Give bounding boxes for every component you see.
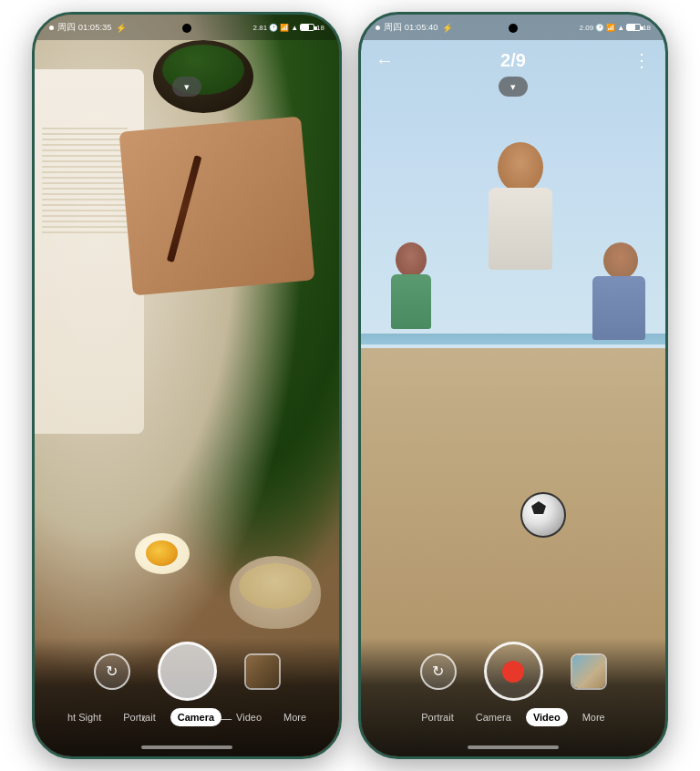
gallery-thumb-right (572, 655, 605, 688)
dark-bowl (153, 40, 253, 113)
camera-hole-right (509, 24, 518, 33)
home-bar-left (141, 745, 232, 749)
mode-tab-more-right[interactable]: More (575, 708, 612, 726)
wifi-icon: 📶 (280, 24, 289, 32)
chevron-icon-left: ▾ (184, 81, 190, 93)
nav-bar-left: ‹ — (35, 705, 339, 731)
cutting-board (119, 117, 315, 296)
thunder-icon: ⚡ (116, 23, 127, 33)
player-right (592, 242, 647, 388)
back-button-right[interactable]: ← (376, 50, 394, 71)
chevron-icon-right: ▾ (510, 81, 516, 93)
camera-hole (182, 24, 191, 33)
clock-icon: 🕐 (269, 24, 278, 32)
status-dot-left (49, 26, 54, 30)
shutter-row-right: ↻ (361, 642, 665, 701)
shutter-row-left: ↻ (35, 642, 339, 701)
battery-right (626, 24, 641, 31)
shutter-button-right[interactable] (484, 642, 543, 701)
mode-tab-portrait-right[interactable]: Portrait (414, 708, 460, 726)
status-time-right: 周四 01:05:40 (384, 22, 438, 34)
player-left (388, 242, 434, 379)
battery-left (300, 24, 314, 31)
photo-header: ← 2/9 ⋮ (361, 40, 665, 80)
status-time-left: 周四 01:05:35 (57, 22, 112, 34)
battery-num-left: 18 (316, 24, 324, 32)
status-left-right: 周四 01:05:40 ⚡ (376, 22, 453, 34)
gallery-thumb-left (246, 655, 279, 688)
chevron-down-left[interactable]: ▾ (172, 77, 201, 97)
thunder-icon-right: ⚡ (442, 23, 453, 33)
nav-back-left[interactable]: ‹ (142, 711, 147, 725)
flip-camera-button-left[interactable]: ↻ (94, 653, 130, 690)
status-left: 周四 01:05:35 ⚡ (49, 22, 127, 34)
clock-icon-right: 🕐 (595, 24, 604, 32)
status-right-right: 2.09 🕐 📶 ▲ 18 (580, 24, 651, 32)
soccer-ball (520, 492, 566, 538)
gallery-button-left[interactable] (244, 653, 281, 690)
home-bar-right (468, 745, 559, 749)
camera-controls-right: ↻ Portrait Camera Video More (361, 638, 665, 756)
flip-camera-button-right[interactable]: ↻ (420, 653, 457, 690)
camera-controls-left: ↻ ht Sight Portrait Camera Video More (35, 638, 339, 756)
signal-icon-left: ▲ (291, 24, 298, 32)
shutter-button-left[interactable] (158, 642, 217, 701)
nav-home-left: — (219, 711, 232, 725)
grain-bowl (230, 556, 321, 629)
photo-counter: 2/9 (500, 50, 526, 71)
status-right-left: 2.81 🕐 📶 ▲ 18 (253, 24, 324, 32)
speed-left: 2.81 (253, 24, 268, 32)
battery-num-right: 18 (643, 24, 651, 32)
mode-tabs-right: Portrait Camera Video More (407, 708, 619, 726)
egg (135, 533, 190, 574)
left-phone: 周四 01:05:35 ⚡ 2.81 🕐 📶 ▲ 18 (32, 12, 342, 759)
player-main (479, 142, 561, 343)
chevron-down-right[interactable]: ▾ (499, 77, 528, 97)
signal-icon-right: ▲ (617, 24, 624, 32)
noodle-lines (35, 124, 135, 470)
mode-tab-camera-right[interactable]: Camera (468, 708, 519, 726)
status-dot-right (376, 26, 380, 30)
wifi-icon-right: 📶 (606, 24, 615, 32)
noodle-area (35, 69, 144, 434)
more-menu-button[interactable]: ⋮ (633, 49, 651, 71)
right-phone: 周四 01:05:40 ⚡ 2.09 🕐 📶 ▲ 18 ← 2/9 ⋮ ▾ (358, 12, 668, 759)
mode-tab-video-right[interactable]: Video (526, 708, 568, 726)
gallery-button-right[interactable] (571, 653, 607, 690)
speed-right: 2.09 (580, 24, 594, 32)
